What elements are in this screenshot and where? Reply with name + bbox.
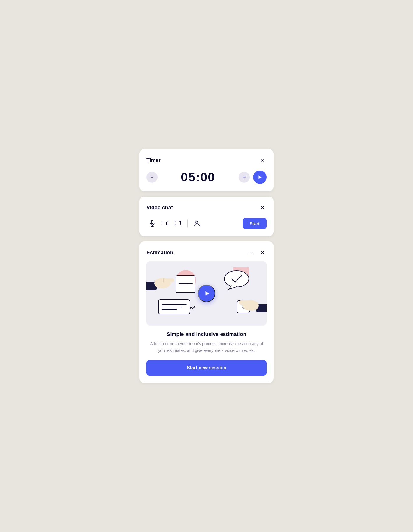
screenshare-button[interactable] (172, 218, 184, 229)
estimation-card: Estimation ··· × (139, 241, 274, 383)
estimation-heading: Simple and inclusive estimation (146, 331, 267, 338)
camera-button[interactable] (159, 218, 171, 229)
line-2 (162, 307, 182, 307)
svg-rect-10 (160, 278, 174, 282)
microphone-icon (149, 220, 156, 227)
svg-rect-16 (239, 300, 253, 305)
timer-decrement-button[interactable]: − (146, 172, 158, 183)
svg-point-11 (155, 283, 162, 288)
estimation-illustration: «» ♡ (146, 261, 267, 326)
page-container: Timer × − 05:00 + Video chat × (139, 149, 274, 383)
svg-rect-1 (151, 220, 153, 224)
divider (187, 219, 188, 227)
svg-marker-0 (259, 175, 262, 179)
video-play-button[interactable] (198, 285, 215, 302)
note-line-1 (178, 283, 192, 284)
estimation-more-button[interactable]: ··· (246, 250, 255, 256)
timer-close-button[interactable]: × (258, 156, 267, 164)
video-chat-header: Video chat × (146, 204, 267, 212)
note-card-illustration (176, 275, 195, 293)
hand-left-illustration (146, 267, 178, 295)
play-icon (257, 175, 262, 180)
participants-button[interactable] (191, 218, 203, 229)
estimation-close-button[interactable]: × (258, 248, 267, 257)
svg-point-13 (224, 271, 249, 287)
svg-rect-4 (162, 222, 167, 225)
svg-marker-18 (205, 291, 209, 296)
video-start-button[interactable]: Start (243, 218, 267, 229)
line-1 (162, 304, 187, 305)
line-3 (162, 309, 177, 310)
screenshare-icon (174, 220, 181, 227)
estimation-menu: ··· × (246, 248, 267, 257)
start-session-button[interactable]: Start new session (146, 360, 267, 376)
note-line-2 (178, 285, 188, 285)
timer-controls: − 05:00 + (146, 170, 267, 184)
video-chat-close-button[interactable]: × (258, 204, 267, 212)
play-overlay-icon (204, 290, 210, 297)
video-chat-card: Video chat × (139, 197, 274, 236)
svg-point-17 (251, 305, 258, 310)
timer-card: Timer × − 05:00 + (139, 149, 274, 191)
speech-bubble-illustration (223, 270, 251, 290)
estimation-title-label: Estimation (146, 250, 173, 256)
person-icon (193, 220, 200, 227)
timer-header: Timer × (146, 156, 267, 164)
microphone-button[interactable] (146, 218, 158, 229)
timer-title: Timer (146, 157, 161, 164)
lines-card-illustration (158, 299, 190, 314)
timer-display: 05:00 (161, 170, 235, 184)
estimation-description: Add structure to your team's process, in… (146, 340, 267, 354)
estimation-header: Estimation ··· × (146, 248, 267, 257)
video-chat-title: Video chat (146, 205, 173, 211)
video-controls-bar: Start (146, 218, 267, 229)
camera-icon (162, 220, 169, 227)
hand-right-illustration (235, 289, 267, 317)
timer-play-button[interactable] (253, 171, 267, 184)
svg-point-7 (196, 221, 198, 223)
timer-increment-button[interactable]: + (239, 172, 250, 183)
